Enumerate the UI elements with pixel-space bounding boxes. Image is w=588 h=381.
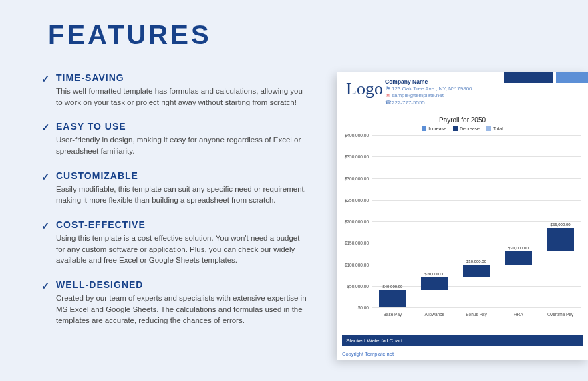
waterfall-bar	[463, 265, 490, 277]
template-preview: Logo Company Name ⚑123 Oak Tree Ave., NY…	[337, 72, 588, 360]
mail-icon: ✉	[385, 92, 390, 99]
y-tick-label: $50,000.00	[341, 283, 369, 288]
preview-header: Logo Company Name ⚑123 Oak Tree Ave., NY…	[337, 72, 588, 110]
feature-heading: CUSTOMIZABLE	[56, 170, 309, 181]
bars-row: $40,000.00Base Pay$30,000.00Allowance$30…	[372, 135, 581, 307]
bar-column: $30,000.00Bonus Pay	[456, 135, 498, 307]
y-tick-label: $300,000.00	[341, 176, 369, 180]
feature-item: ✓ EASY TO USE User-friendly in design, m…	[41, 121, 309, 156]
preview-footer-bar: Stacked Waterfall Chart	[342, 335, 583, 346]
x-tick-label: HRA	[497, 312, 539, 317]
company-phone: ☎222-777-5555	[385, 100, 472, 106]
y-tick-label: $200,000.00	[341, 219, 369, 224]
chart-title: Payroll for 2050	[341, 116, 584, 124]
y-tick-label: $350,000.00	[341, 154, 369, 159]
bar-value-label: $40,000.00	[372, 285, 414, 289]
pin-icon: ⚑	[385, 86, 390, 92]
company-email: ✉sample@template.net	[385, 92, 472, 99]
waterfall-bar	[505, 251, 532, 264]
page-title: FEATURES	[48, 20, 212, 50]
check-icon: ✓	[41, 280, 50, 292]
legend-swatch	[422, 126, 426, 131]
feature-body: User-friendly in design, making it easy …	[41, 134, 309, 156]
bar-column: $30,000.00HRA	[497, 135, 539, 307]
logo-text: Logo	[346, 79, 383, 99]
feature-item: ✓ COST-EFFECTIVE Using this template is …	[41, 219, 309, 266]
x-tick-label: Allowance	[414, 312, 456, 317]
company-block: Company Name ⚑123 Oak Tree Ave., NY, NY …	[385, 78, 472, 106]
x-tick-label: Bonus Pay	[456, 312, 498, 317]
feature-item: ✓ CUSTOMIZABLE Easily modifiable, this t…	[41, 170, 309, 206]
x-tick-label: Overtime Pay	[539, 312, 581, 317]
waterfall-bar	[547, 228, 573, 251]
y-tick-label: $0.00	[341, 305, 369, 310]
phone-icon: ☎	[385, 100, 390, 106]
bar-value-label: $55,000.00	[539, 223, 581, 227]
company-name: Company Name	[385, 78, 472, 86]
bar-value-label: $30,000.00	[414, 272, 456, 276]
legend-item: Increase	[422, 126, 446, 131]
feature-body: Using this template is a cost-effective …	[41, 233, 309, 266]
bar-column: $40,000.00Base Pay	[372, 135, 414, 307]
feature-body: This well-formatted template has formula…	[41, 86, 309, 108]
bar-value-label: $30,000.00	[497, 246, 539, 250]
feature-item: ✓ TIME-SAVING This well-formatted templa…	[41, 72, 309, 108]
bar-column: $55,000.00Overtime Pay	[539, 135, 581, 307]
check-icon: ✓	[41, 220, 50, 232]
legend-swatch	[453, 126, 458, 131]
legend-item: Total	[486, 126, 503, 131]
chart: Payroll for 2050 Increase Decrease Total…	[337, 110, 588, 307]
check-icon: ✓	[41, 73, 50, 85]
features-list: ✓ TIME-SAVING This well-formatted templa…	[41, 72, 309, 340]
legend-item: Decrease	[453, 126, 480, 131]
x-tick-label: Base Pay	[372, 312, 414, 317]
feature-heading: WELL-DESIGNED	[56, 279, 309, 290]
feature-item: ✓ WELL-DESIGNED Created by our team of e…	[41, 279, 309, 326]
feature-body: Created by our team of experts and speci…	[41, 293, 309, 326]
waterfall-bar	[379, 290, 406, 307]
check-icon: ✓	[41, 171, 50, 183]
check-icon: ✓	[41, 122, 50, 134]
y-tick-label: $250,000.00	[341, 197, 369, 202]
preview-copyright: Copyright Template.net	[342, 351, 394, 357]
feature-body: Easily modifiable, this template can sui…	[41, 184, 309, 206]
feature-heading: COST-EFFECTIVE	[56, 219, 309, 230]
waterfall-bar	[421, 277, 448, 290]
gridline	[372, 307, 581, 308]
chart-legend: Increase Decrease Total	[341, 126, 584, 131]
y-tick-label: $400,000.00	[341, 133, 369, 138]
bar-value-label: $30,000.00	[456, 259, 498, 263]
company-address: ⚑123 Oak Tree Ave., NY, NY 79800	[385, 86, 472, 92]
chart-plot-area: $0.00$50,000.00$100,000.00$150,000.00$20…	[372, 135, 581, 307]
feature-heading: EASY TO USE	[56, 121, 309, 132]
y-tick-label: $100,000.00	[341, 262, 369, 267]
y-tick-label: $150,000.00	[341, 241, 369, 245]
feature-heading: TIME-SAVING	[56, 72, 309, 83]
bar-column: $30,000.00Allowance	[414, 135, 456, 307]
legend-swatch	[486, 126, 491, 131]
